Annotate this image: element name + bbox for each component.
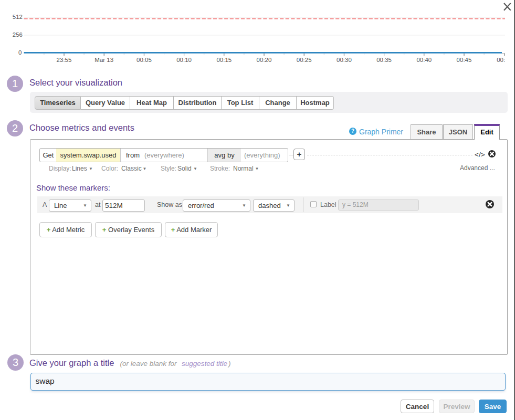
svg-text:0: 0: [18, 49, 22, 56]
svg-text:256: 256: [13, 32, 23, 38]
svg-text:00:15: 00:15: [216, 57, 232, 63]
svg-text:00:35: 00:35: [376, 57, 392, 63]
svg-text:00:40: 00:40: [416, 57, 432, 63]
svg-text:23:55: 23:55: [57, 57, 72, 63]
svg-text:00:: 00:: [497, 57, 505, 63]
svg-text:00:45: 00:45: [457, 57, 472, 63]
svg-text:00:10: 00:10: [176, 57, 192, 63]
svg-text:512: 512: [13, 14, 23, 20]
svg-text:00:25: 00:25: [297, 57, 312, 63]
svg-text:00:05: 00:05: [136, 57, 152, 63]
svg-text:Mar 13: Mar 13: [94, 57, 113, 63]
svg-text:00:20: 00:20: [257, 57, 272, 63]
svg-text:00:30: 00:30: [337, 57, 352, 63]
